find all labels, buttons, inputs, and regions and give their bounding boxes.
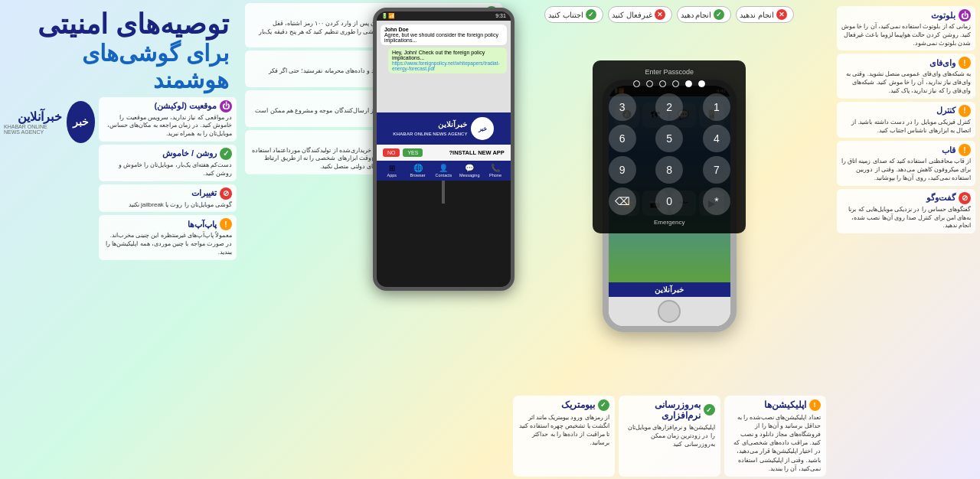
block-icon-chg: ⊘ <box>220 187 232 200</box>
key-1[interactable]: 1 <box>703 93 730 121</box>
dot-3 <box>672 80 679 87</box>
key-9[interactable]: 9 <box>609 156 636 184</box>
dot-2 <box>685 80 692 87</box>
power-text: دست‌کم هفته‌ای یک‌بار، موبایل‌تان را خام… <box>103 161 232 178</box>
update-label: به‌روزرسانی نرم‌افزاری <box>624 399 701 421</box>
logo-sub-text: KHABAR ONLINE NEWS AGENCY <box>4 124 62 135</box>
case-title: ! قاب <box>841 144 971 156</box>
power-icon: ⏻ <box>959 9 971 21</box>
warn-icon-2: ! <box>959 105 971 117</box>
wifi-title: ! وای‌فای <box>841 57 971 69</box>
main-title-line2: برای گوشی‌های هوشمند <box>4 40 229 93</box>
android-bottom-app-bar: 📞 Phone 💬 Messaging 👤 Contacts 🌐 Browser… <box>377 161 511 181</box>
power-card: ✓ روشن / خاموش دست‌کم هفته‌ای یک‌بار، مو… <box>99 145 237 181</box>
apps-panel-title: ! اپلیکیشن‌ها <box>730 399 821 411</box>
dot-1 <box>698 80 705 87</box>
warn-icon: ! <box>959 57 971 69</box>
update-panel: ✓ به‌روزرسانی نرم‌افزاری اپلیکیشن‌ها و ن… <box>619 396 720 477</box>
iphone-logo-area: خبرآنلاین <box>609 282 730 297</box>
android-logo-label: خبرآنلاینKHABAR ONLINE NEWS AGENCY <box>393 120 467 137</box>
app-browser: 🌐 Browser <box>406 164 430 178</box>
action-btn-2: ✓ انجام دهید <box>677 6 732 23</box>
location-card: ⏻ موقعیت (لوکیشن) در مواقعی که نیاز ندار… <box>99 97 237 142</box>
key-2[interactable]: 2 <box>655 93 683 121</box>
key-star[interactable]: * <box>703 187 730 215</box>
app-apps: ⊞ Apps <box>380 164 404 178</box>
chat-link: https://www.foreignpolicy.net/whitepaper… <box>392 60 500 71</box>
block-icon: ⊘ <box>959 192 971 204</box>
key-0[interactable]: 0 <box>655 187 683 215</box>
power-label: روشن / خاموش <box>162 148 217 158</box>
iphone-home-button <box>658 300 681 323</box>
center-phone-zone: ✕ انجام ندهید ✓ انجام دهید ✕ غیرفعال کنی… <box>507 0 832 479</box>
chat-card: ⊘ گفت‌وگو گفتگوهای حساس را در نزدیکی موب… <box>837 189 975 233</box>
changes-label: تغییرات <box>191 188 217 198</box>
install-yes-btn[interactable]: YES <box>403 148 423 157</box>
wifi-label: وای‌فای <box>929 58 956 68</box>
key-8[interactable]: 8 <box>655 156 683 184</box>
center-sections-row: ! اپلیکیشن‌ها تعداد اپلیکیشن‌های نصب‌شده… <box>507 393 832 479</box>
control-text: کنترل فیزیکی موبایل را در دست داشته باشی… <box>841 119 971 135</box>
case-card: ! قاب از قاب محافظتی استفاده کنید که صدا… <box>837 141 975 185</box>
check-icon-bio: ✓ <box>598 399 609 411</box>
update-panel-title: ✓ به‌روزرسانی نرم‌افزاری <box>624 399 715 421</box>
passcode-dots <box>600 80 738 87</box>
case-label: قاب <box>942 145 956 155</box>
key-5[interactable]: 5 <box>655 125 683 152</box>
android-install-prompt: INSTALL NEW APP? YES NO <box>377 145 511 161</box>
main-title-line1: توصیه‌های امنیتی <box>4 9 229 40</box>
warn-icon-3: ! <box>959 144 971 156</box>
install-no-btn[interactable]: NO <box>383 148 400 157</box>
key-7[interactable]: 7 <box>703 156 730 184</box>
chat-label: گفت‌وگو <box>926 193 956 203</box>
right-content-area: ⏻ موقعیت (لوکیشن) در مواقعی که نیاز ندار… <box>0 97 240 479</box>
key-4[interactable]: 4 <box>703 125 730 152</box>
pop-apps-text: معمولاً پاپ‌آپ‌های غیرمنتظره این چنینی م… <box>103 232 232 256</box>
wifi-card: ! وای‌فای به شبکه‌های وای‌فای عمومی منصل… <box>837 54 975 98</box>
emergency-text: Emergency <box>600 219 738 226</box>
apps-label: اپلیکیشن‌ها <box>764 399 806 410</box>
install-buttons: YES NO <box>383 148 423 157</box>
key-del[interactable]: ⌫ <box>609 187 636 215</box>
btn2-label: انجام دهید <box>681 11 712 19</box>
biometric-label: بیومتریک <box>561 399 595 410</box>
phones-display: 9:41 📶🔋 📱 💬 🗺 🅐 ▶ 〰 📷 ⭐ <box>507 26 832 393</box>
pop-apps-card: ! پاپ‌آپ‌ها معمولاً پاپ‌آپ‌های غیرمنتظره… <box>99 215 237 259</box>
block-icon-1: ✕ <box>776 9 787 20</box>
logo-main-text: خبرآنلاین <box>4 109 62 124</box>
logo-text-area: خبرآنلاین KHABAR ONLINE NEWS AGENCY <box>4 109 62 135</box>
logo-area: خبر خبرآنلاین KHABAR ONLINE NEWS AGENCY <box>4 97 95 143</box>
case-text: از قاب محافظتی استفاده کنید که صدای زمین… <box>841 158 971 182</box>
location-title: ⏻ موقعیت (لوکیشن) <box>103 100 232 112</box>
app-phone: 📞 Phone <box>483 164 508 178</box>
block-icon-2: ✕ <box>655 9 665 20</box>
center-right-zone: ✓ رمز / پسوورد از رمزها و پسوورد قوی است… <box>240 0 507 479</box>
iphone-logo-text: خبرآنلاین <box>655 285 684 294</box>
dot-4 <box>659 80 666 87</box>
btn4-label: اجتناب کنید <box>548 11 583 19</box>
bluetooth-label: بلوتوث <box>931 11 956 21</box>
apps-panel: ! اپلیکیشن‌ها تعداد اپلیکیشن‌های نصب‌شده… <box>724 396 826 477</box>
btn1-label: انجام ندهید <box>740 11 774 19</box>
page-header: توصیه‌های امنیتی برای گوشی‌های هوشمند <box>0 0 240 97</box>
biometric-panel-title: ✓ بیومتریک <box>518 399 609 411</box>
warn-icon-apps: ! <box>809 399 821 411</box>
key-6[interactable]: 6 <box>609 125 636 152</box>
right-right-col: خبر خبرآنلاین KHABAR ONLINE NEWS AGENCY <box>4 97 95 475</box>
passcode-title: Enter Passcode <box>600 68 738 76</box>
control-card: ! کنترل کنترل فیزیکی موبایل را در دست دا… <box>837 102 975 138</box>
action-btn-3: ✕ غیرفعال کنید <box>608 6 672 23</box>
dot-5 <box>646 80 653 87</box>
chat-title: ⊘ گفت‌وگو <box>841 192 971 204</box>
wifi-text: به شبکه‌های وای‌فای عمومی منصل نشوید. وق… <box>841 70 971 95</box>
logo-circle: خبر <box>67 101 95 143</box>
sidebar-left: ⏻ بلوتوث زمانی که از بلوتوث استفاده نمی‌… <box>832 0 980 479</box>
power-icon-loc: ⏻ <box>220 100 232 112</box>
action-btn-4: ✓ اجتناب کنید <box>544 6 603 23</box>
key-3[interactable]: 3 <box>609 93 636 121</box>
logo-row: خبر خبرآنلاین KHABAR ONLINE NEWS AGENCY <box>4 101 95 143</box>
app-contacts: 👤 Contacts <box>431 164 456 178</box>
right-area: توصیه‌های امنیتی برای گوشی‌های هوشمند ⏻ … <box>0 0 240 479</box>
install-text: INSTALL NEW APP? <box>449 149 505 156</box>
btn3-label: غیرفعال کنید <box>612 11 652 19</box>
